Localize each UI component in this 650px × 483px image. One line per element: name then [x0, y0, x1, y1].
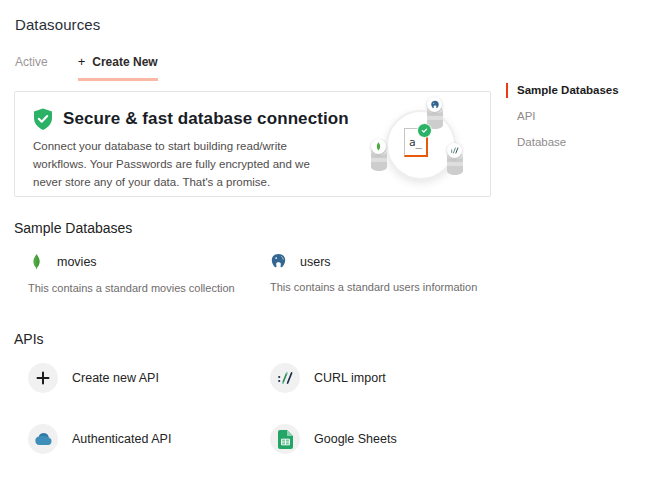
- shield-check-icon: [33, 108, 53, 130]
- banner-body: Connect your database to start building …: [33, 138, 341, 191]
- tab-create-new[interactable]: + Create New: [78, 54, 158, 81]
- sample-db-name: users: [300, 255, 331, 269]
- tab-create-new-label: Create New: [92, 55, 157, 69]
- banner-title: Secure & fast database connection: [63, 109, 349, 129]
- database-cylinder-mongodb: [368, 146, 390, 174]
- sample-db-description: This contains a standard users informati…: [270, 281, 650, 293]
- tab-bar: Active + Create New: [0, 54, 650, 81]
- authenticated-api-card[interactable]: Authenticated API: [28, 424, 270, 454]
- api-card-label: a_: [409, 136, 422, 149]
- check-badge-icon: [417, 123, 432, 138]
- secure-connection-banner: Secure & fast database connection Connec…: [14, 91, 491, 197]
- sample-databases-heading: Sample Databases: [14, 220, 650, 236]
- datasources-page: Datasources Active + Create New Secure &…: [0, 0, 650, 483]
- postgres-icon: [427, 97, 442, 112]
- sample-db-card-users[interactable]: users This contains a standard users inf…: [270, 253, 650, 294]
- mongodb-icon: [371, 139, 386, 154]
- postgres-icon: [270, 253, 287, 270]
- sidebar-item-api[interactable]: API: [506, 109, 636, 124]
- plugin-label: Create new API: [72, 371, 159, 385]
- sample-db-name: movies: [57, 255, 97, 269]
- sidebar-item-database[interactable]: Database: [506, 135, 636, 150]
- sample-databases-grid: movies This contains a standard movies c…: [28, 253, 650, 294]
- plugin-label: Google Sheets: [314, 432, 397, 446]
- cloud-icon: [28, 424, 58, 454]
- curl-icon: [270, 363, 300, 393]
- sample-db-description: This contains a standard movies collecti…: [28, 282, 270, 294]
- database-connection-illustration: a_: [364, 100, 486, 192]
- google-sheets-icon: [270, 424, 300, 454]
- page-title: Datasources: [0, 0, 650, 33]
- google-sheets-card[interactable]: Google Sheets: [270, 424, 650, 454]
- curl-icon: [447, 143, 462, 158]
- mongodb-icon: [28, 253, 44, 271]
- sidebar-item-sample-databases[interactable]: Sample Databases: [506, 83, 636, 98]
- tab-active[interactable]: Active: [15, 55, 48, 81]
- plus-icon: [28, 363, 58, 393]
- curl-import-card[interactable]: CURL import: [270, 363, 650, 393]
- sample-db-card-movies[interactable]: movies This contains a standard movies c…: [28, 253, 270, 294]
- datasource-type-nav: Sample Databases API Database: [506, 83, 636, 161]
- apis-heading: APIs: [14, 331, 650, 347]
- plus-icon: +: [78, 54, 86, 69]
- plugin-label: CURL import: [314, 371, 386, 385]
- api-center-card: a_: [404, 128, 428, 157]
- database-cylinder-curl: [444, 150, 466, 178]
- plugin-label: Authenticated API: [72, 432, 171, 446]
- create-new-api-card[interactable]: Create new API: [28, 363, 270, 393]
- api-plugins-grid: Create new API CURL import Authenticated…: [28, 363, 650, 483]
